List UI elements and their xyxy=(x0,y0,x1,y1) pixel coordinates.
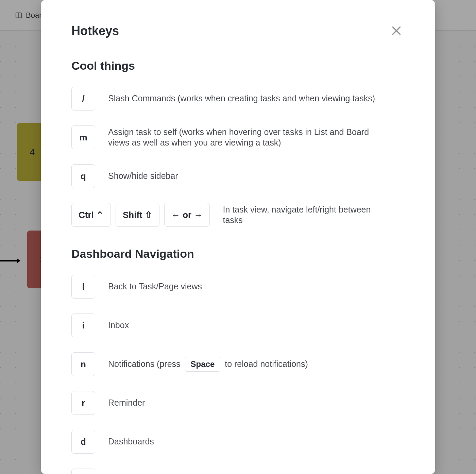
section-title-cool-things: Cool things xyxy=(71,59,405,72)
key-ctrl: Ctrl ⌃ xyxy=(71,203,111,227)
key: n xyxy=(71,352,95,376)
key: / xyxy=(71,87,95,111)
key: s xyxy=(71,469,95,474)
close-icon xyxy=(390,24,403,37)
key-inline-space: Space xyxy=(185,357,221,372)
hotkey-desc: Notifications (press Space to reload not… xyxy=(108,357,380,372)
key: l xyxy=(71,275,95,299)
hotkey-row: d Dashboards xyxy=(71,430,405,454)
key: r xyxy=(71,391,95,415)
key: m xyxy=(71,125,95,149)
section-title-dashboard-nav: Dashboard Navigation xyxy=(71,247,405,260)
hotkey-row: n Notifications (press Space to reload n… xyxy=(71,352,405,376)
hotkey-desc: Show/hide sidebar xyxy=(108,171,380,181)
hotkey-desc: Inbox xyxy=(108,320,380,331)
hotkey-row: s Open search xyxy=(71,469,405,474)
hotkey-row: Ctrl ⌃ Shift ⇧ ← or → In task view, navi… xyxy=(71,203,405,227)
key-arrows: ← or → xyxy=(164,203,210,227)
hotkey-desc-post: to reload notifications) xyxy=(225,359,308,369)
hotkey-row: r Reminder xyxy=(71,391,405,415)
hotkey-desc: Slash Commands (works when creating task… xyxy=(108,93,380,104)
hotkey-row: q Show/hide sidebar xyxy=(71,164,405,188)
key: i xyxy=(71,314,95,337)
hotkey-desc: In task view, navigate left/right betwee… xyxy=(223,204,379,226)
key-shift: Shift ⇧ xyxy=(116,203,159,227)
hotkey-desc: Back to Task/Page views xyxy=(108,281,380,292)
key: q xyxy=(71,164,95,188)
modal-title: Hotkeys xyxy=(71,24,119,38)
close-button[interactable] xyxy=(388,22,405,39)
hotkeys-modal: Hotkeys Cool things / Slash Commands (wo… xyxy=(41,0,435,474)
hotkey-row: l Back to Task/Page views xyxy=(71,275,405,299)
hotkey-desc-pre: Notifications (press xyxy=(108,359,181,369)
hotkey-desc: Assign task to self (works when hovering… xyxy=(108,127,380,148)
hotkey-row: / Slash Commands (works when creating ta… xyxy=(71,87,405,111)
hotkey-desc: Reminder xyxy=(108,397,380,408)
hotkey-row: i Inbox xyxy=(71,314,405,337)
key: d xyxy=(71,430,95,454)
hotkey-row: m Assign task to self (works when hoveri… xyxy=(71,125,405,149)
hotkey-desc: Dashboards xyxy=(108,436,380,447)
